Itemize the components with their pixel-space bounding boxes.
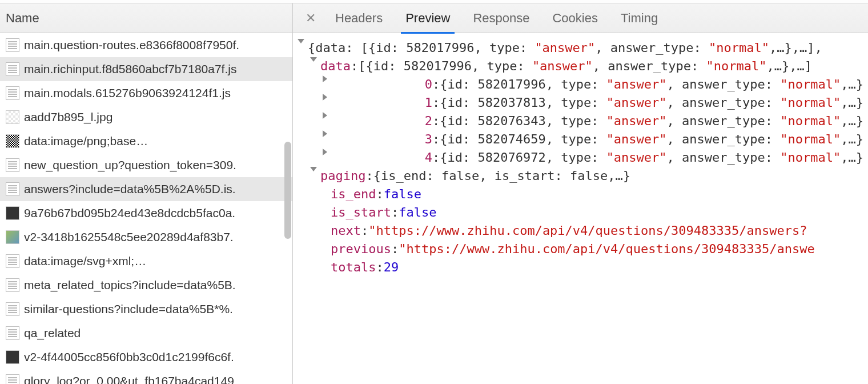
expand-toggle-icon[interactable] <box>323 75 420 82</box>
file-type-icon <box>6 158 19 172</box>
expand-toggle-icon[interactable] <box>310 57 317 62</box>
json-preview[interactable]: {data: [{id: 582017996, type: "answer", … <box>293 33 868 384</box>
request-name: data:image/svg+xml;… <box>24 254 146 268</box>
json-node[interactable]: 3: {id: 582074659, type: "answer", answe… <box>298 130 863 149</box>
json-node[interactable]: 4: {id: 582076972, type: "answer", answe… <box>298 149 863 167</box>
request-row[interactable]: main.richinput.f8d5860abcf7b7180a7f.js <box>0 57 292 81</box>
json-node[interactable]: 0: {id: 582017996, type: "answer", answe… <box>298 75 863 94</box>
file-type-icon <box>6 38 19 52</box>
request-name: answers?include=data%5B%2A%5D.is. <box>24 182 236 196</box>
request-row[interactable]: qa_related <box>0 321 292 345</box>
json-node[interactable]: data: [{id: 582017996, type: "answer", a… <box>298 57 863 75</box>
tab-cookies[interactable]: Cookies <box>541 3 609 33</box>
request-row[interactable]: glory_log?or_0.00&ut_fb167ba4cad149 <box>0 369 292 384</box>
request-row[interactable]: main.modals.615276b9063924124f1.js <box>0 81 292 105</box>
request-row[interactable]: v2-3418b1625548c5ee20289d4af83b7. <box>0 225 292 249</box>
request-row[interactable]: similar-questions?include=data%5B*%. <box>0 297 292 321</box>
request-name: v2-3418b1625548c5ee20289d4af83b7. <box>24 230 234 244</box>
details-pane: ✕ HeadersPreviewResponseCookiesTiming {d… <box>293 3 868 384</box>
json-leaf[interactable]: is_start: false <box>298 203 863 222</box>
request-row[interactable]: aadd7b895_l.jpg <box>0 105 292 129</box>
request-name: data:image/png;base… <box>24 134 148 148</box>
expand-toggle-icon[interactable] <box>323 149 420 155</box>
json-leaf[interactable]: is_end: false <box>298 185 863 203</box>
request-name: main.question-routes.e8366f8008f7950f. <box>24 38 239 52</box>
request-row[interactable]: new_question_up?question_token=309. <box>0 153 292 177</box>
tab-preview[interactable]: Preview <box>394 3 461 33</box>
request-name: main.richinput.f8d5860abcf7b7180a7f.js <box>24 62 236 76</box>
json-leaf[interactable]: next: "https://www.zhihu.com/api/v4/ques… <box>298 222 863 240</box>
request-name: v2-4f44005cc856f0bb3c0d1c2199f6c6f. <box>24 350 234 364</box>
json-leaf[interactable]: previous: "https://www.zhihu.com/api/v4/… <box>298 240 863 258</box>
request-row[interactable]: v2-4f44005cc856f0bb3c0d1c2199f6c6f. <box>0 345 292 369</box>
file-type-icon <box>6 134 19 148</box>
close-icon[interactable]: ✕ <box>298 11 324 26</box>
devtools-panel: Name main.question-routes.e8366f8008f795… <box>0 3 868 384</box>
file-type-icon <box>6 302 19 316</box>
request-row[interactable]: main.question-routes.e8366f8008f7950f. <box>0 33 292 57</box>
tab-response[interactable]: Response <box>461 3 541 33</box>
file-type-icon <box>6 374 19 384</box>
expand-toggle-icon[interactable] <box>323 94 420 101</box>
file-type-icon <box>6 206 19 220</box>
scrollbar-thumb[interactable] <box>284 142 291 239</box>
file-type-icon <box>6 278 19 292</box>
file-type-icon <box>6 110 19 124</box>
file-type-icon <box>6 230 19 244</box>
expand-toggle-icon[interactable] <box>323 130 420 137</box>
request-name: new_question_up?question_token=309. <box>24 158 236 172</box>
expand-toggle-icon[interactable] <box>298 39 304 43</box>
json-node[interactable]: 2: {id: 582076343, type: "answer", answe… <box>298 112 863 130</box>
request-name: main.modals.615276b9063924124f1.js <box>24 86 231 100</box>
network-request-list[interactable]: main.question-routes.e8366f8008f7950f.ma… <box>0 33 292 384</box>
network-request-pane: Name main.question-routes.e8366f8008f795… <box>0 3 293 384</box>
file-type-icon <box>6 182 19 196</box>
request-name: similar-questions?include=data%5B*%. <box>24 302 233 316</box>
json-node[interactable]: paging: {is_end: false, is_start: false,… <box>298 167 863 185</box>
request-row[interactable]: answers?include=data%5B%2A%5D.is. <box>0 177 292 201</box>
file-type-icon <box>6 62 19 76</box>
tab-headers[interactable]: Headers <box>324 3 394 33</box>
name-column-header[interactable]: Name <box>0 3 292 33</box>
request-row[interactable]: 9a76b67bd095b24ed43e8dcdcb5fac0a. <box>0 201 292 225</box>
expand-toggle-icon[interactable] <box>323 112 420 119</box>
json-node[interactable]: {data: [{id: 582017996, type: "answer", … <box>298 39 863 57</box>
file-type-icon <box>6 86 19 100</box>
json-leaf[interactable]: totals: 29 <box>298 258 863 277</box>
file-type-icon <box>6 254 19 268</box>
request-name: meta_related_topics?include=data%5B. <box>24 278 236 292</box>
request-name: 9a76b67bd095b24ed43e8dcdcb5fac0a. <box>24 206 235 220</box>
tab-timing[interactable]: Timing <box>609 3 669 33</box>
file-type-icon <box>6 326 19 340</box>
request-name: glory_log?or_0.00&ut_fb167ba4cad149 <box>24 374 234 384</box>
expand-toggle-icon[interactable] <box>310 167 317 171</box>
details-tabs: ✕ HeadersPreviewResponseCookiesTiming <box>293 3 868 33</box>
request-row[interactable]: meta_related_topics?include=data%5B. <box>0 273 292 297</box>
request-row[interactable]: data:image/svg+xml;… <box>0 249 292 273</box>
request-name: qa_related <box>24 326 81 340</box>
request-name: aadd7b895_l.jpg <box>24 110 112 124</box>
request-row[interactable]: data:image/png;base… <box>0 129 292 153</box>
file-type-icon <box>6 350 19 364</box>
json-node[interactable]: 1: {id: 582037813, type: "answer", answe… <box>298 94 863 112</box>
